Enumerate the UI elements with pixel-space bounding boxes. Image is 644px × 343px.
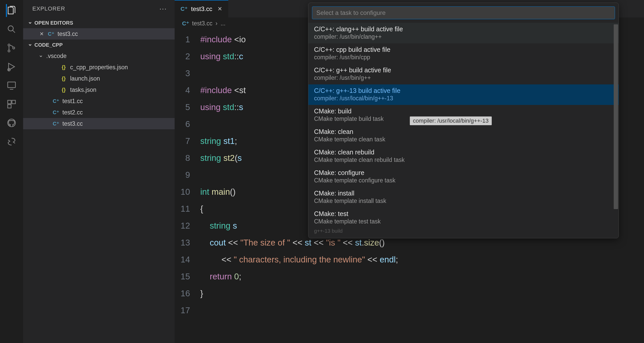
breadcrumb-sep: ›: [215, 20, 217, 27]
chevron-down-icon: [28, 42, 32, 48]
quickpick-item[interactable]: CMake: clean rebuildCMake template clean…: [308, 146, 619, 166]
quickpick-item-desc: CMake template configure task: [314, 177, 613, 184]
cpp-file-icon: C⁺: [182, 20, 189, 27]
svg-point-3: [13, 47, 15, 49]
quickpick-item-title: CMake: clean rebuild: [314, 149, 613, 156]
line-number: 15: [175, 268, 200, 285]
code-line[interactable]: int main(): [200, 183, 236, 200]
scrollbar-thumb[interactable]: [614, 24, 618, 209]
cpp-file-icon: C⁺: [53, 109, 59, 116]
line-number: 4: [175, 82, 200, 99]
quickpick-list: C/C++: clang++ build active filecompiler…: [308, 23, 619, 238]
svg-rect-8: [8, 104, 11, 108]
file-item[interactable]: C⁺test1.cc: [23, 95, 175, 107]
run-debug-icon[interactable]: [6, 61, 17, 72]
file-name: tasks.json: [70, 86, 96, 93]
folder-section[interactable]: CODE_CPP: [23, 40, 175, 50]
svg-point-1: [8, 44, 10, 46]
file-item[interactable]: C⁺test2.cc: [23, 107, 175, 118]
file-item[interactable]: {}tasks.json: [23, 84, 175, 95]
explorer-sidebar: EXPLORER ··· OPEN EDITORS ✕ C⁺ test3.cc …: [23, 0, 175, 343]
source-control-icon[interactable]: [6, 42, 17, 54]
extensions-icon[interactable]: [6, 98, 17, 110]
cpp-file-icon: C⁺: [181, 6, 187, 12]
chevron-down-icon: [39, 53, 43, 60]
file-name: test1.cc: [62, 98, 83, 105]
file-item[interactable]: {}c_cpp_properties.json: [23, 62, 175, 73]
section-label: OPEN EDITORS: [34, 20, 73, 26]
quickpick-item-desc: CMake template clean task: [314, 136, 613, 143]
quickpick-item-title: CMake: build: [314, 107, 613, 115]
file-name: test2.cc: [62, 109, 83, 116]
share-icon[interactable]: [6, 136, 17, 147]
line-number: 6: [175, 116, 200, 133]
quickpick-item-desc: compiler: /usr/bin/clang++: [314, 33, 613, 40]
line-number: 17: [175, 302, 200, 319]
quickpick-item[interactable]: C/C++: clang++ build active filecompiler…: [308, 23, 619, 43]
file-item[interactable]: {}launch.json: [23, 73, 175, 84]
quickpick-item[interactable]: C/C++: cpp build active filecompiler: /u…: [308, 43, 619, 64]
cpp-file-icon: C⁺: [53, 98, 59, 104]
sidebar-more-icon[interactable]: ···: [159, 5, 167, 13]
code-line[interactable]: string s: [200, 217, 237, 234]
line-number: 12: [175, 217, 200, 234]
code-line[interactable]: return 0;: [200, 268, 241, 285]
close-icon[interactable]: ✕: [217, 6, 222, 12]
quickpick-input-wrapper[interactable]: [312, 6, 615, 19]
code-line[interactable]: using std::s: [200, 99, 243, 116]
github-icon[interactable]: [6, 117, 17, 129]
breadcrumb-rest: ...: [221, 20, 225, 27]
line-number: 3: [175, 65, 200, 82]
file-name: c_cpp_properties.json: [70, 64, 128, 71]
svg-point-0: [8, 26, 13, 31]
search-icon[interactable]: [6, 23, 17, 35]
cpp-file-icon: C⁺: [48, 31, 54, 37]
quickpick-item-title: CMake: test: [314, 210, 613, 218]
cpp-file-icon: C⁺: [53, 120, 59, 127]
quickpick-item[interactable]: CMake: cleanCMake template clean task: [308, 125, 619, 146]
quickpick-item[interactable]: CMake: configureCMake template configure…: [308, 166, 619, 187]
close-icon[interactable]: ✕: [39, 31, 45, 37]
code-line[interactable]: string st1;: [200, 133, 237, 150]
code-line[interactable]: }: [200, 285, 203, 302]
quickpick-item-title: CMake: clean: [314, 128, 613, 135]
quickpick-item[interactable]: C/C++: g++-13 build active filecompiler:…: [308, 84, 619, 105]
svg-rect-7: [12, 100, 15, 104]
code-line[interactable]: {: [200, 200, 203, 217]
line-number: 5: [175, 99, 200, 116]
json-file-icon: {}: [60, 75, 67, 82]
line-number: 8: [175, 150, 200, 166]
quickpick-item-desc: CMake template test task: [314, 218, 613, 225]
svg-rect-6: [8, 100, 11, 104]
quickpick-input[interactable]: [316, 9, 611, 16]
quickpick-item-desc: compiler: /usr/bin/g++: [314, 74, 613, 81]
quickpick-item[interactable]: CMake: installCMake template install tas…: [308, 187, 619, 208]
explorer-icon[interactable]: [6, 5, 17, 16]
code-line[interactable]: string st2(s: [200, 150, 242, 166]
folder-item[interactable]: .vscode: [23, 50, 175, 62]
file-name: test3.cc: [58, 31, 78, 37]
quickpick-item[interactable]: C/C++: g++ build active filecompiler: /u…: [308, 64, 619, 84]
quickpick-item[interactable]: CMake: testCMake template test task: [308, 208, 619, 228]
sidebar-header: EXPLORER ···: [23, 0, 175, 17]
code-line[interactable]: << " characters, including the newline" …: [200, 251, 398, 268]
quickpick-item-title: C/C++: g++-13 build active file: [314, 87, 613, 94]
line-number: 16: [175, 285, 200, 302]
quickpick-item-title: CMake: install: [314, 190, 613, 197]
line-number: 1: [175, 31, 200, 48]
editor-tab[interactable]: C⁺ test3.cc ✕: [175, 0, 228, 17]
open-editor-item[interactable]: ✕ C⁺ test3.cc: [23, 28, 175, 40]
open-editors-section[interactable]: OPEN EDITORS: [23, 17, 175, 28]
activity-bar: [0, 0, 23, 343]
line-number: 10: [175, 183, 200, 200]
file-name: launch.json: [70, 75, 100, 82]
line-number: 9: [175, 166, 200, 183]
code-line[interactable]: #include <st: [200, 82, 246, 99]
quickpick-item-title: C/C++: cpp build active file: [314, 46, 613, 53]
file-item[interactable]: C⁺test3.cc: [23, 118, 175, 129]
section-label: CODE_CPP: [34, 42, 63, 48]
code-line[interactable]: using std::c: [200, 48, 243, 65]
code-line[interactable]: #include <io: [200, 31, 246, 48]
remote-icon[interactable]: [6, 80, 17, 91]
json-file-icon: {}: [60, 64, 67, 71]
